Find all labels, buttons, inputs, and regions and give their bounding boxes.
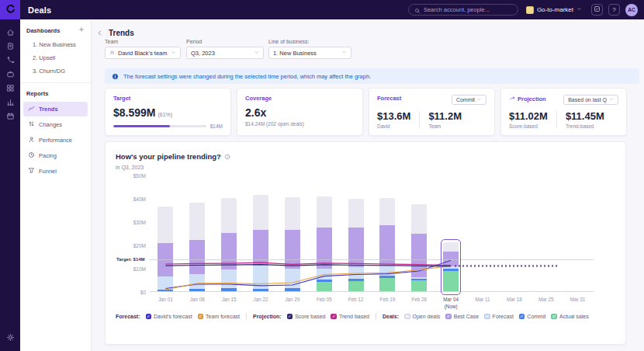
chart-subtitle: in Q3, 2023 bbox=[116, 165, 625, 170]
help-button[interactable]: ? bbox=[608, 4, 620, 16]
target-max-label: $14M bbox=[210, 123, 223, 129]
x-axis-label-mar-04: Mar 04(Now) bbox=[443, 296, 459, 311]
chevron-down-icon bbox=[477, 97, 482, 103]
sidebar-report-changes[interactable]: Changes bbox=[23, 117, 88, 132]
sidebar-report-trends[interactable]: Trends bbox=[23, 102, 88, 116]
projection-dropdown-value: Based on last Q bbox=[568, 97, 607, 103]
chart-plot: $0$10M$20M$30M$40M$50MTarget: $14MJan 01… bbox=[150, 176, 594, 292]
add-dashboard-button[interactable] bbox=[78, 26, 85, 34]
filter-label: Line of business: bbox=[268, 39, 351, 44]
forecast-card-label: Forecast bbox=[377, 95, 401, 102]
legend-group-deals: Deals:✓Open deals✓Best Case✓Forecast✓Com… bbox=[383, 314, 589, 320]
sidebar-report-label: Trends bbox=[39, 106, 58, 113]
info-circle-icon[interactable] bbox=[224, 149, 230, 163]
legend-checkbox-forecast[interactable]: ✓ bbox=[484, 314, 490, 320]
avatar[interactable]: AC bbox=[625, 4, 638, 16]
back-button[interactable] bbox=[95, 28, 104, 37]
go-to-market-label: Go-to-market bbox=[537, 6, 573, 13]
chevron-down-icon bbox=[341, 50, 347, 57]
legend-group-label: Projection: bbox=[253, 314, 282, 319]
rail-item-tasks-icon[interactable] bbox=[0, 40, 20, 54]
filter-value: David Black's team bbox=[118, 50, 168, 57]
legend-label: Team forecast bbox=[206, 314, 240, 319]
x-axis-label-feb-19: Feb 19 bbox=[380, 296, 396, 303]
reports-section-label: Reports bbox=[26, 90, 48, 97]
x-axis-label-feb-05: Feb 05 bbox=[317, 296, 332, 303]
sidebar-report-performance[interactable]: Performance bbox=[23, 133, 88, 148]
legend-checkbox-actual-sales[interactable]: ✓ bbox=[551, 314, 557, 320]
trends-icon bbox=[28, 105, 35, 113]
target-percent: (61%) bbox=[158, 112, 172, 117]
sidebar-dashboard-1-new-business[interactable]: 1. New Business bbox=[20, 38, 91, 51]
legend-group-label: Deals: bbox=[383, 314, 399, 319]
go-to-market-switcher[interactable]: Go-to-market bbox=[526, 6, 582, 14]
deals-icon bbox=[6, 68, 15, 82]
chart-area: $0$10M$20M$30M$40M$50MTarget: $14MJan 01… bbox=[115, 176, 618, 327]
sidebar-report-funnel[interactable]: Funnel bbox=[23, 164, 88, 179]
sidebar-dashboard-3-churn-dg[interactable]: 3. Churn/DG bbox=[20, 64, 91, 78]
go-to-market-icon bbox=[526, 6, 534, 14]
global-search[interactable] bbox=[408, 4, 518, 16]
forecast-settings-banner: The forecast settings were changed durin… bbox=[105, 68, 639, 84]
x-axis-label-mar-11: Mar 11 bbox=[475, 296, 490, 303]
y-axis-tick: $0 bbox=[140, 290, 146, 295]
stat-divider bbox=[419, 111, 420, 128]
legend-label: David's forecast bbox=[154, 314, 192, 319]
rail-item-apps-icon[interactable] bbox=[0, 82, 20, 96]
legend-checkbox-david-s-forecast[interactable]: ✓ bbox=[146, 314, 152, 320]
projection-card: Projection Based on last Q $11.02M Score… bbox=[500, 88, 627, 136]
forecast-lines bbox=[150, 176, 594, 292]
filter-select-team[interactable]: David Black's team bbox=[105, 47, 181, 59]
check-square-icon bbox=[594, 5, 601, 14]
pacing-icon bbox=[28, 151, 35, 160]
search-input[interactable] bbox=[424, 6, 512, 13]
legend-checkbox-commit[interactable]: ✓ bbox=[519, 314, 525, 320]
rail-item-home-icon[interactable] bbox=[0, 26, 20, 40]
legend-divider bbox=[246, 313, 247, 320]
app-logo[interactable] bbox=[0, 0, 20, 19]
x-axis-label-mar-25: Mar 25 bbox=[538, 296, 554, 303]
sidebar-dashboard-2-upsell[interactable]: 2. Upsell bbox=[20, 51, 91, 64]
rail-item-calls-icon[interactable] bbox=[0, 54, 20, 68]
chevron-down-icon bbox=[576, 6, 582, 13]
legend-divider bbox=[376, 313, 376, 320]
forecast-dropdown-value: Commit bbox=[456, 97, 475, 103]
legend-label: Trend based bbox=[339, 314, 369, 319]
x-axis-label-jan-15: Jan 15 bbox=[222, 296, 237, 303]
x-axis-label-mar-31: Mar 31 bbox=[570, 296, 586, 303]
forecast-stat-team: $11.2M Team bbox=[428, 110, 462, 129]
y-axis-tick: $10M bbox=[133, 266, 146, 272]
legend-checkbox-trend-based[interactable]: ✓ bbox=[331, 314, 337, 320]
legend-label: Best Case bbox=[454, 314, 479, 319]
rail-item-settings-icon[interactable] bbox=[0, 331, 20, 345]
legend-checkbox-best-case[interactable]: ✓ bbox=[445, 314, 452, 320]
line-team-forecast bbox=[165, 266, 451, 290]
rail-item-deals-icon[interactable] bbox=[0, 68, 20, 82]
legend-label: Commit bbox=[527, 314, 545, 319]
people-icon bbox=[109, 50, 115, 57]
legend-item-team-forecast: ✓Team forecast bbox=[198, 314, 240, 320]
stat-divider bbox=[556, 111, 557, 128]
legend-item-forecast: ✓Forecast bbox=[484, 314, 514, 320]
rail-item-analytics-icon[interactable] bbox=[0, 96, 20, 109]
analytics-icon bbox=[6, 96, 15, 109]
tasks-button[interactable] bbox=[591, 4, 603, 16]
app-title: Deals bbox=[28, 5, 51, 15]
icon-rail bbox=[0, 19, 20, 351]
legend-checkbox-open-deals[interactable]: ✓ bbox=[404, 314, 410, 320]
legend-checkbox-score-based[interactable]: ✓ bbox=[287, 314, 293, 320]
y-axis-tick: $40M bbox=[133, 196, 146, 202]
sidebar-report-pacing[interactable]: Pacing bbox=[23, 148, 88, 163]
legend-group-forecast: Forecast:✓David's forecast✓Team forecast bbox=[116, 314, 240, 320]
filter-value: 1. New Business bbox=[273, 50, 338, 57]
projection-basis-dropdown[interactable]: Based on last Q bbox=[563, 95, 618, 105]
legend-checkbox-team-forecast[interactable]: ✓ bbox=[198, 314, 204, 320]
chevron-down-icon bbox=[254, 50, 259, 57]
filter-select-line-of-business[interactable]: 1. New Business bbox=[268, 47, 351, 59]
filter-label: Team bbox=[105, 39, 181, 44]
chevron-down-icon bbox=[171, 50, 176, 57]
filter-select-period[interactable]: Q3, 2023 bbox=[186, 47, 264, 59]
forecast-type-dropdown[interactable]: Commit bbox=[452, 95, 486, 105]
main-content: Trends TeamDavid Black's teamPeriodQ3, 2… bbox=[92, 19, 644, 351]
rail-item-calendar-icon[interactable] bbox=[0, 109, 20, 123]
